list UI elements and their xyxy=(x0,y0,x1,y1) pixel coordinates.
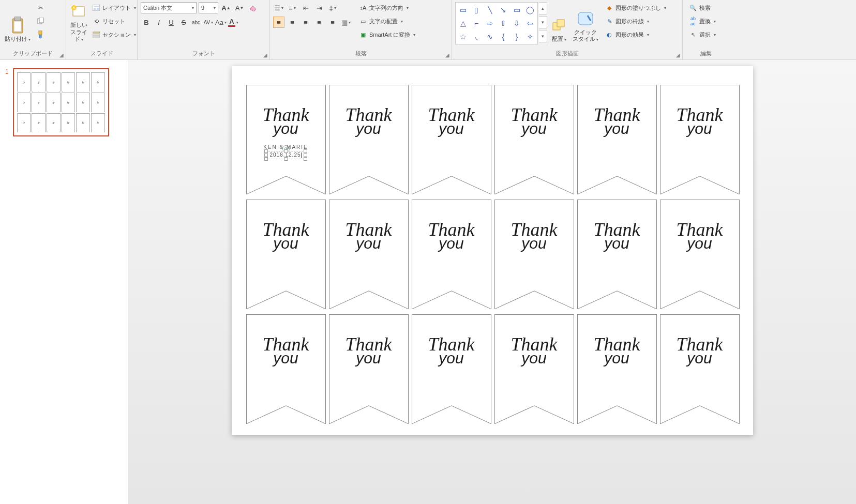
shape-effects-button[interactable]: ◐図形の効果▾ xyxy=(603,29,668,40)
convert-smartart-button[interactable]: ▣SmartArt に変換▾ xyxy=(357,29,417,40)
font-color-button[interactable]: A▾ xyxy=(228,17,239,28)
shape-arrow-l-icon[interactable]: ⇦ xyxy=(524,17,536,29)
dialog-launcher-icon[interactable]: ◢ xyxy=(445,52,449,58)
chevron-down-icon[interactable]: ▾ xyxy=(539,16,547,28)
flag-tag[interactable]: Thankyou xyxy=(329,200,409,309)
more-icon[interactable]: ▾ xyxy=(539,30,547,42)
slide-canvas-area[interactable]: Thankyou ⟳ KEN & MARIE 2018.12.25 Thanky… xyxy=(128,60,856,504)
select-button[interactable]: ↖選択▾ xyxy=(687,29,718,40)
flag-tag[interactable]: Thankyou xyxy=(577,200,657,309)
dialog-launcher-icon[interactable]: ◢ xyxy=(59,52,64,58)
flag-tag[interactable]: Thankyou xyxy=(412,200,491,309)
section-button[interactable]: セクション▾ xyxy=(90,29,138,40)
justify-button[interactable]: ≡ xyxy=(313,17,325,28)
dialog-launcher-icon[interactable]: ◢ xyxy=(676,52,680,58)
svg-rect-5 xyxy=(39,30,42,35)
flag-tag[interactable]: Thankyou ⟳ KEN & MARIE 2018.12.25 xyxy=(246,85,326,194)
flag-tag[interactable]: Thankyou xyxy=(660,314,740,424)
line-spacing-button[interactable]: ‡▾ xyxy=(327,2,338,13)
shape-arrow-u-icon[interactable]: ⇧ xyxy=(497,17,509,29)
format-painter-button[interactable] xyxy=(34,29,47,40)
slide-thumbnail-1[interactable]: tytytytytyty tytytytytyty tytytytytyty xyxy=(13,68,109,136)
chevron-up-icon[interactable]: ▴ xyxy=(539,2,547,14)
thank-you-text: Thankyou xyxy=(511,222,558,250)
flag-tag[interactable]: Thankyou xyxy=(494,85,574,194)
flag-tag[interactable]: Thankyou xyxy=(412,314,491,424)
increase-indent-button[interactable]: ⇥ xyxy=(313,2,325,13)
font-size-combo[interactable]: 9▾ xyxy=(199,2,218,13)
slide[interactable]: Thankyou ⟳ KEN & MARIE 2018.12.25 Thanky… xyxy=(232,66,753,435)
shape-brace-r-icon[interactable]: } xyxy=(510,30,523,43)
svg-marker-25 xyxy=(329,291,409,309)
char-spacing-button[interactable]: AV▾ xyxy=(203,17,214,28)
dialog-launcher-icon[interactable]: ◢ xyxy=(263,52,267,58)
shape-arc-icon[interactable]: ◟ xyxy=(470,30,483,43)
shapes-gallery[interactable]: ▭▯╲↘▭◯ △⌐⇨⇧⇩⇦ ☆◟∿{}✧ xyxy=(455,2,538,44)
flag-tag[interactable]: Thankyou xyxy=(246,314,326,424)
flag-tag[interactable]: Thankyou xyxy=(329,314,409,424)
cut-button[interactable]: ✂ xyxy=(34,2,47,13)
shape-vtextbox-icon[interactable]: ▯ xyxy=(470,4,483,16)
text-direction-button[interactable]: ↕A文字列の方向▾ xyxy=(357,2,417,13)
font-name-combo[interactable]: Calibri 本文▾ xyxy=(141,2,197,13)
underline-button[interactable]: U xyxy=(166,17,177,28)
quick-styles-button[interactable]: クイック スタイル▾ xyxy=(571,2,600,42)
bold-button[interactable]: B xyxy=(141,17,152,28)
replace-button[interactable]: abac置換▾ xyxy=(687,16,718,27)
new-slide-button[interactable]: 新しい スライド▾ xyxy=(69,2,88,42)
shape-rect-icon[interactable]: ▭ xyxy=(510,4,523,16)
italic-button[interactable]: I xyxy=(153,17,164,28)
fill-icon: ◆ xyxy=(605,4,613,12)
shape-textbox-icon[interactable]: ▭ xyxy=(457,4,469,16)
flag-tag[interactable]: Thankyou xyxy=(329,85,409,194)
clear-format-button[interactable] xyxy=(247,2,259,13)
shape-arrow-d-icon[interactable]: ⇩ xyxy=(510,17,523,29)
arrange-button[interactable]: 配置▾ xyxy=(547,2,571,42)
flag-tag[interactable]: Thankyou xyxy=(577,85,657,194)
shape-star-icon[interactable]: ☆ xyxy=(457,30,469,43)
strike-button[interactable]: S xyxy=(178,17,189,28)
outline-icon: ✎ xyxy=(605,17,613,25)
shape-curve-icon[interactable]: ∿ xyxy=(484,30,496,43)
align-text-button[interactable]: ▭文字の配置▾ xyxy=(357,16,417,27)
flag-tag[interactable]: Thankyou xyxy=(494,200,574,309)
flag-tag[interactable]: Thankyou xyxy=(660,85,740,194)
numbering-button[interactable]: ≡▾ xyxy=(287,2,298,13)
flag-tag[interactable]: Thankyou xyxy=(494,314,574,424)
flag-tag[interactable]: Thankyou xyxy=(660,200,740,309)
shape-arrowline-icon[interactable]: ↘ xyxy=(497,4,509,16)
find-button[interactable]: 🔍検索 xyxy=(687,2,718,13)
flag-tag[interactable]: Thankyou xyxy=(577,314,657,424)
shape-arrow-r-icon[interactable]: ⇨ xyxy=(484,17,496,29)
shape-line-icon[interactable]: ╲ xyxy=(484,4,496,16)
align-center-button[interactable]: ≡ xyxy=(287,17,298,28)
shape-tri-icon[interactable]: △ xyxy=(457,17,469,29)
layout-button[interactable]: レイアウト▾ xyxy=(90,2,138,13)
shadow-button[interactable]: abc xyxy=(190,17,202,28)
distribute-button[interactable]: ≡ xyxy=(327,17,338,28)
shape-callout-icon[interactable]: ✧ xyxy=(524,30,536,43)
flag-tag[interactable]: Thankyou xyxy=(412,85,491,194)
group-font-title: フォント xyxy=(192,50,215,56)
shrink-font-button[interactable]: A▼ xyxy=(234,2,245,13)
copy-button[interactable] xyxy=(34,16,47,27)
paste-button[interactable]: 貼り付け▾ xyxy=(3,2,32,42)
reset-button[interactable]: ⟲リセット xyxy=(90,16,138,27)
shape-lshape-icon[interactable]: ⌐ xyxy=(470,17,483,29)
shape-oval-icon[interactable]: ◯ xyxy=(524,4,536,16)
shape-outline-button[interactable]: ✎図形の枠線▾ xyxy=(603,16,668,27)
align-left-button[interactable]: ≡ xyxy=(273,17,284,28)
thank-you-text: Thankyou xyxy=(594,107,640,135)
shape-fill-button[interactable]: ◆図形の塗りつぶし▾ xyxy=(603,2,668,13)
bullets-button[interactable]: ☰▾ xyxy=(273,2,284,13)
align-right-button[interactable]: ≡ xyxy=(300,17,311,28)
flag-tag[interactable]: Thankyou xyxy=(246,200,326,309)
date-textbox[interactable]: 2018.12.25 xyxy=(266,151,305,159)
svg-marker-35 xyxy=(660,406,740,424)
change-case-button[interactable]: Aa▾ xyxy=(215,17,227,28)
grow-font-button[interactable]: A▲ xyxy=(220,2,232,13)
shape-brace-l-icon[interactable]: { xyxy=(497,30,509,43)
columns-button[interactable]: ▥▾ xyxy=(340,17,352,28)
gallery-scroll[interactable]: ▴▾▾ xyxy=(539,2,547,42)
decrease-indent-button[interactable]: ⇤ xyxy=(300,2,311,13)
